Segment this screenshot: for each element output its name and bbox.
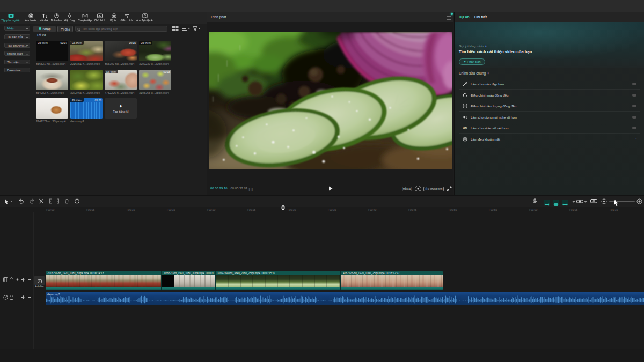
svg-text:HD: HD (463, 127, 467, 130)
